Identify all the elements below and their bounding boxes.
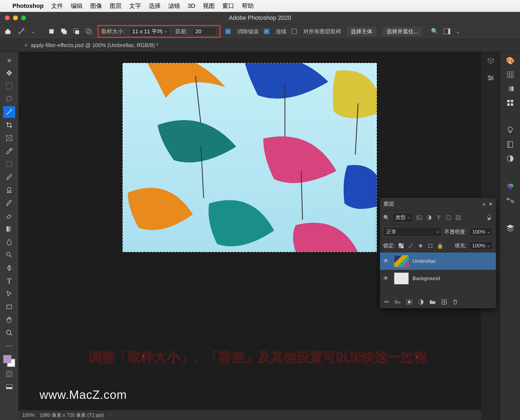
selection-new-icon[interactable] (48, 28, 55, 35)
selection-subtract-icon[interactable] (73, 28, 80, 35)
swatches-panel-icon[interactable] (506, 70, 515, 79)
new-adjustment-layer-icon[interactable] (418, 299, 424, 305)
filter-adjustment-icon[interactable] (425, 214, 433, 221)
foreground-color[interactable] (3, 355, 11, 363)
menu-window[interactable]: 窗口 (222, 2, 234, 10)
patterns-panel-icon[interactable] (506, 99, 515, 107)
hand-tool[interactable] (3, 314, 15, 326)
macos-menubar[interactable]: Photoshop 文件 编辑 图像 图层 文字 选择 滤镜 3D 视图 窗口 … (0, 0, 520, 12)
add-mask-icon[interactable] (406, 300, 412, 304)
move-tool[interactable]: ✥ (3, 67, 15, 79)
lock-all-icon[interactable]: 🔒 (437, 242, 444, 249)
dodge-tool[interactable] (3, 249, 15, 261)
delete-layer-icon[interactable] (453, 299, 458, 305)
zoom-tool[interactable] (3, 327, 15, 339)
healing-brush-tool[interactable] (3, 158, 15, 170)
layer-thumbnail[interactable] (394, 273, 409, 284)
home-icon[interactable] (4, 28, 12, 35)
eyedropper-tool[interactable] (3, 145, 15, 157)
panel-icon-properties[interactable] (486, 74, 495, 82)
menu-view[interactable]: 视图 (203, 2, 215, 10)
menu-image[interactable]: 图像 (90, 2, 102, 10)
magic-wand-tool-icon[interactable] (17, 27, 26, 35)
select-subject-button[interactable]: 选择主体 (346, 26, 377, 37)
lock-transparency-icon[interactable] (398, 242, 405, 249)
tolerance-input[interactable]: 20 (192, 27, 217, 36)
lock-artboard-icon[interactable] (427, 242, 434, 249)
menu-help[interactable]: 帮助 (242, 2, 254, 10)
panel-collapse-icon[interactable]: » (482, 201, 485, 207)
zoom-window-button[interactable] (21, 15, 26, 20)
gradients-panel-icon[interactable] (506, 84, 515, 93)
layer-effects-icon[interactable]: fx▾ (395, 299, 400, 305)
minimize-window-button[interactable] (13, 15, 18, 20)
layers-panel[interactable]: 图层 »≡ 🔍 类型 T 正常 不透明度: 100% 锁定: ✥ 🔒 填充: 1… (380, 198, 496, 309)
marquee-tool[interactable] (3, 80, 15, 92)
menu-type[interactable]: 文字 (129, 2, 141, 10)
history-brush-tool[interactable] (3, 197, 15, 209)
workspace-switcher-icon[interactable] (443, 28, 451, 35)
type-tool[interactable]: T (3, 275, 15, 287)
magic-wand-tool[interactable] (3, 106, 15, 118)
lock-position-icon[interactable]: ✥ (417, 242, 424, 249)
new-group-icon[interactable] (430, 300, 435, 304)
gradient-tool[interactable] (3, 223, 15, 235)
libraries-panel-icon[interactable] (506, 140, 515, 149)
adjustments-panel-icon[interactable] (506, 154, 515, 163)
frame-tool[interactable] (3, 132, 15, 144)
menu-layer[interactable]: 图层 (110, 2, 122, 10)
quick-mask-toggle[interactable] (3, 368, 15, 380)
panel-menu-icon[interactable]: ≡ (489, 201, 492, 207)
layer-item[interactable]: 👁 Umbrellas (380, 252, 496, 270)
select-and-mask-button[interactable]: 选择并遮住... (382, 26, 423, 37)
paths-panel-icon[interactable] (506, 196, 515, 205)
color-swatch[interactable] (3, 355, 15, 367)
sample-all-layers-checkbox[interactable] (291, 29, 297, 34)
contiguous-checkbox[interactable] (264, 29, 269, 34)
lock-pixels-icon[interactable] (407, 242, 414, 249)
filter-smart-icon[interactable] (455, 214, 462, 221)
layer-item[interactable]: 👁 Background (380, 270, 496, 287)
brush-tool[interactable] (3, 171, 15, 183)
app-menu[interactable]: Photoshop (12, 2, 44, 9)
tab-close-icon[interactable]: × (24, 42, 28, 48)
channels-panel-icon[interactable] (506, 182, 515, 191)
chevron-down-icon[interactable]: ⌄ (31, 28, 35, 35)
status-zoom[interactable]: 100% (22, 412, 35, 418)
link-layers-icon[interactable]: ⚯ (384, 299, 389, 305)
layer-thumbnail[interactable] (394, 255, 409, 267)
blend-mode-dropdown[interactable]: 正常 (383, 227, 442, 237)
close-window-button[interactable] (5, 15, 10, 20)
visibility-toggle[interactable]: 👁 (383, 258, 390, 264)
layers-panel-icon[interactable] (506, 224, 515, 232)
fill-input[interactable]: 100% (469, 241, 493, 250)
selection-intersect-icon[interactable] (85, 28, 93, 35)
path-selection-tool[interactable] (3, 288, 15, 300)
antialias-checkbox[interactable] (225, 29, 231, 34)
crop-tool[interactable] (3, 119, 15, 131)
visibility-toggle[interactable]: 👁 (383, 275, 390, 281)
filter-type-icon[interactable]: T (435, 214, 442, 221)
opacity-input[interactable]: 100% (469, 228, 493, 236)
learn-panel-icon[interactable] (506, 126, 515, 135)
layer-filter-dropdown[interactable]: 类型 (392, 213, 413, 222)
menu-file[interactable]: 文件 (51, 2, 63, 10)
menu-filter[interactable]: 滤镜 (168, 2, 180, 10)
blur-tool[interactable] (3, 236, 15, 248)
screen-mode-toggle[interactable] (3, 381, 15, 393)
pen-tool[interactable] (3, 262, 15, 274)
sample-size-dropdown[interactable]: 11 x 11 平均 (129, 27, 170, 37)
document-canvas[interactable] (122, 63, 377, 252)
lasso-tool[interactable] (3, 93, 15, 105)
selection-add-icon[interactable] (60, 28, 68, 35)
menu-3d[interactable]: 3D (188, 2, 195, 9)
menu-edit[interactable]: 编辑 (71, 2, 83, 10)
filter-pixel-icon[interactable] (416, 214, 423, 221)
new-layer-icon[interactable] (441, 299, 447, 305)
collapse-toolbar-icon[interactable]: » (3, 54, 15, 66)
edit-toolbar-icon[interactable]: ⋯ (3, 340, 15, 352)
document-tab[interactable]: apply-filter-effects.psd @ 100% (Umbrell… (31, 42, 158, 48)
clone-stamp-tool[interactable] (3, 184, 15, 196)
color-panel-icon[interactable]: 🎨 (506, 56, 515, 65)
eraser-tool[interactable] (3, 210, 15, 222)
